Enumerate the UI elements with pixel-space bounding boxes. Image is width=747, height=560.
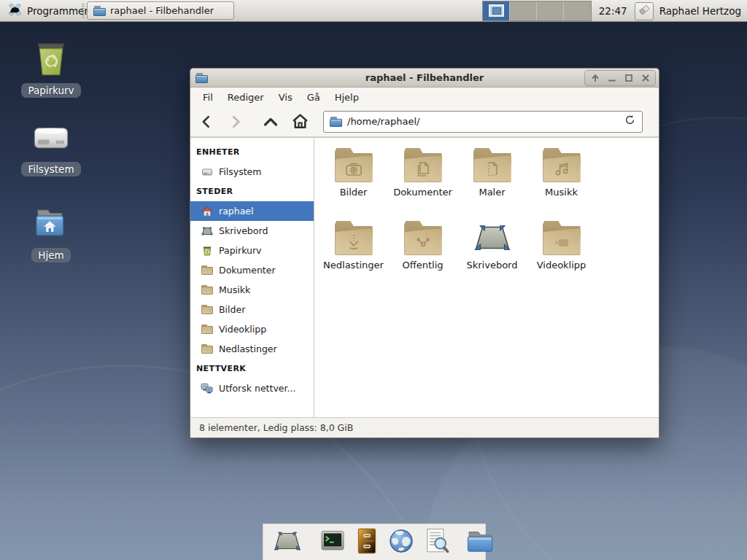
folder-videos-icon bbox=[542, 221, 581, 255]
app-finder-icon bbox=[423, 527, 449, 558]
drive-icon bbox=[31, 117, 71, 159]
workspace-2[interactable] bbox=[510, 1, 537, 20]
file-manager-window: raphael - Filbehandler Fil Rediger Vis bbox=[190, 68, 659, 438]
menu-hjelp[interactable]: Hjelp bbox=[328, 90, 365, 105]
close-button[interactable] bbox=[638, 71, 653, 85]
menu-rediger[interactable]: Rediger bbox=[221, 90, 271, 105]
globe-icon bbox=[387, 527, 415, 558]
file-item-nedlastinger[interactable]: Nedlastinger bbox=[319, 221, 388, 294]
sidebar-item-label: Filsystem bbox=[219, 166, 261, 177]
file-item-offentlig[interactable]: Offentlig bbox=[388, 221, 457, 294]
reload-icon[interactable] bbox=[624, 114, 636, 129]
file-cabinet-button[interactable] bbox=[355, 527, 379, 558]
terminal-button[interactable] bbox=[319, 527, 347, 558]
applications-menu-button[interactable]: Programmer bbox=[3, 0, 93, 22]
minimize-button[interactable] bbox=[604, 71, 619, 85]
menu-ga[interactable]: Gå bbox=[301, 90, 327, 105]
network-icon bbox=[201, 382, 213, 394]
file-item-musikk[interactable]: Musikk bbox=[527, 148, 596, 221]
desktop-icon-filsystem[interactable]: Filsystem bbox=[18, 117, 85, 176]
sidebar-item-label: Videoklipp bbox=[219, 324, 266, 335]
file-item-skrivebord[interactable]: Skrivebord bbox=[457, 221, 527, 294]
sidebar-item-musikk[interactable]: Musikk bbox=[190, 280, 314, 300]
path-text[interactable]: /home/raphael/ bbox=[347, 116, 619, 127]
sidebar-item-bilder[interactable]: Bilder bbox=[190, 300, 314, 319]
folder-icon bbox=[201, 303, 213, 316]
file-label: Bilder bbox=[340, 187, 368, 198]
web-browser-button[interactable] bbox=[387, 527, 415, 558]
folder-documents-icon bbox=[403, 148, 443, 182]
file-label: Offentlig bbox=[403, 260, 444, 271]
workspace-3[interactable] bbox=[537, 1, 564, 20]
sidebar-item-label: Papirkurv bbox=[219, 245, 262, 256]
path-entry[interactable]: /home/raphael/ bbox=[323, 111, 643, 133]
sidebar-item-skrivebord[interactable]: Skrivebord bbox=[190, 221, 314, 241]
sidebar-item-videoklipp[interactable]: Videoklipp bbox=[190, 319, 314, 339]
sidebar-item-label: Skrivebord bbox=[219, 225, 268, 236]
sidebar-item-label: Utforsk nettver... bbox=[219, 383, 295, 394]
workspace-4[interactable] bbox=[564, 1, 591, 20]
eraser-icon bbox=[637, 2, 651, 20]
file-manager-button[interactable] bbox=[465, 528, 495, 557]
workspace-switcher bbox=[482, 1, 592, 21]
home-button[interactable] bbox=[287, 110, 313, 133]
sidebar-item-nedlastinger[interactable]: Nedlastinger bbox=[190, 339, 314, 359]
clock: 22:47 bbox=[597, 5, 629, 17]
window-titlebar[interactable]: raphael - Filbehandler bbox=[190, 69, 659, 88]
sidebar-item-label: Musikk bbox=[219, 284, 250, 295]
sidebar-item-raphael[interactable]: raphael bbox=[190, 201, 314, 221]
maximize-button[interactable] bbox=[621, 71, 636, 85]
forward-button[interactable] bbox=[222, 110, 249, 133]
file-item-dokumenter[interactable]: Dokumenter bbox=[388, 148, 457, 221]
trash-icon bbox=[201, 244, 213, 257]
folder-icon bbox=[201, 343, 213, 355]
up-button[interactable] bbox=[258, 110, 284, 133]
sidebar-item-papirkurv[interactable]: Papirkurv bbox=[190, 241, 314, 260]
window-controls bbox=[584, 70, 656, 86]
user-actions-button[interactable] bbox=[635, 2, 654, 20]
folder-templates-icon bbox=[473, 148, 512, 182]
desktop-icon bbox=[473, 221, 512, 255]
tasklist-grip[interactable] bbox=[82, 4, 85, 18]
statusbar: 8 ielementer, Ledig plass: 8,0 GiB bbox=[190, 417, 659, 438]
file-item-maler[interactable]: Maler bbox=[457, 148, 527, 221]
folder-window-icon bbox=[93, 6, 106, 16]
menu-fil[interactable]: Fil bbox=[196, 90, 220, 105]
home-folder-icon bbox=[31, 203, 71, 245]
folder-icon bbox=[465, 528, 495, 557]
sidebar-item-dokumenter[interactable]: Dokumenter bbox=[190, 260, 314, 280]
trash-icon bbox=[31, 38, 71, 80]
desktop-icon-hjem[interactable]: Hjem bbox=[18, 203, 85, 262]
file-item-videoklipp[interactable]: Videoklipp bbox=[527, 221, 596, 294]
back-button[interactable] bbox=[193, 110, 220, 133]
desktop-icon-papirkurv[interactable]: Papirkurv bbox=[18, 38, 85, 98]
desktop: Programmer raphael - Filbehandler 22:47 bbox=[0, 0, 747, 560]
sidebar-item-utforsk-nettverk[interactable]: Utforsk nettver... bbox=[190, 378, 314, 398]
desktop-icon-label: Papirkurv bbox=[21, 83, 80, 98]
menu-vis[interactable]: Vis bbox=[272, 90, 299, 105]
workspace-1[interactable] bbox=[483, 1, 510, 20]
panel-right-area: 22:47 Raphael Hertzog bbox=[482, 0, 744, 22]
task-button-filbehandler[interactable]: raphael - Filbehandler bbox=[87, 1, 234, 20]
show-desktop-button[interactable] bbox=[272, 529, 303, 556]
file-view[interactable]: Bilder Dokumenter bbox=[314, 138, 659, 417]
app-finder-button[interactable] bbox=[423, 527, 449, 558]
sidebar-item-filsystem[interactable]: Filsystem bbox=[190, 162, 314, 182]
statusbar-text: 8 ielementer, Ledig plass: 8,0 GiB bbox=[199, 422, 353, 433]
file-item-bilder[interactable]: Bilder bbox=[319, 148, 388, 221]
shade-button[interactable] bbox=[587, 71, 603, 85]
file-label: Musikk bbox=[545, 187, 578, 198]
sidebar-header-steder: STEDER bbox=[190, 182, 314, 201]
username-label[interactable]: Raphael Hertzog bbox=[659, 5, 741, 17]
window-content: ENHETER Filsystem STEDER bbox=[190, 137, 659, 417]
xfce-logo-icon bbox=[7, 2, 23, 20]
folder-public-icon bbox=[403, 221, 443, 255]
folder-downloads-icon bbox=[334, 221, 374, 255]
menubar: Fil Rediger Vis Gå Hjelp bbox=[190, 88, 659, 106]
show-desktop-icon bbox=[272, 529, 303, 556]
desktop-icon-label: Filsystem bbox=[21, 162, 80, 176]
terminal-icon bbox=[319, 527, 347, 558]
sidebar-item-label: Bilder bbox=[219, 304, 245, 315]
dock-panel bbox=[263, 524, 486, 560]
file-label: Maler bbox=[479, 187, 505, 198]
